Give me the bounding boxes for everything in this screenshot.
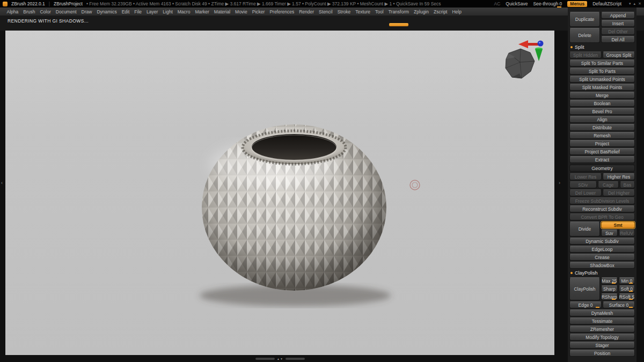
tool-subpalette: Duplicate Append Insert Delete Del Other… — [568, 8, 636, 362]
left-tray-arrow-icon[interactable]: ‹ — [1, 180, 3, 186]
geometry-section-header[interactable]: Geometry — [569, 165, 635, 172]
default-zscript-button[interactable]: DefaultZScript — [592, 1, 621, 6]
project-basrelief-button[interactable]: Project BasRelief — [569, 148, 635, 155]
claypolish-rsoft-slider[interactable]: RSoft 5 — [619, 293, 635, 300]
claypolish-max-slider[interactable]: Max 25 — [601, 277, 618, 284]
cage-button: Cage — [598, 181, 619, 188]
split-to-parts-button[interactable]: Split To Parts — [569, 68, 635, 75]
tessimate-button[interactable]: Tessimate — [569, 317, 635, 324]
menu-item-document[interactable]: Document — [53, 8, 79, 16]
menu-item-marker[interactable]: Marker — [193, 8, 211, 16]
surface-slider[interactable]: Surface 0 — [603, 301, 635, 308]
zbrush-logo-icon — [3, 2, 8, 6]
title-bar: ZBrush 2022.0.1 | ZBrushProject • Free M… — [0, 0, 644, 8]
menu-item-material[interactable]: Material — [211, 8, 232, 16]
claypolish-section-header[interactable]: ClayPolish — [569, 270, 635, 276]
see-through-slider[interactable]: See-through 0 — [533, 1, 562, 6]
crease-button[interactable]: Crease — [569, 254, 635, 261]
viewport-canvas[interactable] — [5, 31, 554, 355]
stager-button[interactable]: Stager — [569, 342, 635, 349]
smt-toggle[interactable]: Smt — [601, 221, 635, 228]
vase-3d-model — [202, 124, 386, 292]
shadowbox-button[interactable]: ShadowBox — [569, 262, 635, 269]
restore-icon[interactable]: ▴ — [634, 2, 636, 6]
menu-item-tool[interactable]: Tool — [373, 8, 386, 16]
project-button[interactable]: Project — [569, 140, 635, 147]
document-canvas[interactable] — [5, 31, 554, 355]
menu-item-texture[interactable]: Texture — [353, 8, 373, 16]
del-all-button[interactable]: Del All — [601, 36, 635, 43]
bevel-pro-button[interactable]: Bevel Pro — [569, 108, 635, 115]
menu-item-draw[interactable]: Draw — [79, 8, 94, 16]
sdiv-slider: SDiv — [569, 181, 597, 188]
position-button[interactable]: Position — [569, 350, 635, 357]
claypolish-min-slider[interactable]: Min 0 — [619, 277, 635, 284]
append-button[interactable]: Append — [601, 12, 635, 19]
menu-item-macro[interactable]: Macro — [175, 8, 193, 16]
menu-item-file[interactable]: File — [132, 8, 144, 16]
menu-item-edit[interactable]: Edit — [119, 8, 132, 16]
split-unmasked-points-button[interactable]: Split Unmasked Points — [569, 76, 635, 83]
reconstruct-subdiv-button[interactable]: Reconstruct Subdiv — [569, 205, 635, 212]
scroll-arrows-icon[interactable]: ▲▼ — [277, 357, 283, 360]
menu-item-color[interactable]: Color — [38, 8, 53, 16]
quicksave-button[interactable]: QuickSave — [506, 1, 528, 6]
gizmo-x-arrow-icon[interactable] — [518, 40, 528, 48]
dynamesh-button[interactable]: DynaMesh — [569, 309, 635, 316]
menu-item-layer[interactable]: Layer — [144, 8, 160, 16]
distribute-button[interactable]: Distribute — [569, 124, 635, 131]
close-icon[interactable]: ✕ — [638, 2, 641, 6]
claypolish-soft-slider[interactable]: Soft 0 — [619, 285, 635, 292]
menu-item-help[interactable]: Help — [450, 8, 464, 16]
gizmo-x-axis-icon[interactable] — [527, 43, 539, 46]
render-status-text: RENDERING WITH GI SHADOWS... — [8, 18, 89, 24]
extract-button[interactable]: Extract — [569, 156, 635, 163]
menu-item-alpha[interactable]: Alpha — [4, 8, 21, 16]
menu-item-dynamics[interactable]: Dynamics — [94, 8, 119, 16]
ac-indicator: AC — [494, 1, 501, 6]
edge-slider[interactable]: Edge 0 — [569, 301, 602, 308]
right-tray-arrow-icon[interactable]: › — [559, 180, 560, 186]
menu-item-transform[interactable]: Transform — [386, 8, 411, 16]
menu-item-light[interactable]: Light — [160, 8, 175, 16]
menus-toggle-button[interactable]: Menus — [567, 1, 587, 7]
merge-button[interactable]: Merge — [569, 92, 635, 99]
reluv-button: RelUV — [619, 230, 635, 237]
claypolish-rsharp-slider[interactable]: RSharp — [601, 293, 618, 300]
minimize-icon[interactable]: ▾ — [629, 2, 631, 6]
menu-item-zscript[interactable]: Zscript — [431, 8, 450, 16]
menu-item-preferences[interactable]: Preferences — [267, 8, 297, 16]
edgeloop-button[interactable]: EdgeLoop — [569, 246, 635, 253]
zremesher-button[interactable]: ZRemesher — [569, 326, 635, 333]
dynamic-subdiv-button[interactable]: Dynamic Subdiv — [569, 238, 635, 245]
menu-item-movie[interactable]: Movie — [233, 8, 250, 16]
higher-res-button[interactable]: Higher Res — [603, 173, 635, 180]
divide-button[interactable]: Divide — [569, 221, 600, 237]
boolean-button[interactable]: Boolean — [569, 100, 635, 107]
menu-item-render[interactable]: Render — [297, 8, 317, 16]
modify-topology-button[interactable]: Modify Topology — [569, 334, 635, 341]
canvas-scrollbar[interactable]: ▲▼ — [255, 357, 305, 360]
menu-item-picker[interactable]: Picker — [250, 8, 267, 16]
menu-item-zplugin[interactable]: Zplugin — [412, 8, 431, 16]
scrollbar-track-right[interactable] — [286, 358, 305, 360]
scrollbar-track-left[interactable] — [255, 358, 275, 360]
insert-button[interactable]: Insert — [601, 20, 635, 27]
claypolish-sharp-button[interactable]: Sharp — [601, 285, 618, 292]
menu-item-stencil[interactable]: Stencil — [317, 8, 335, 16]
gizmo-z-sphere-icon[interactable] — [538, 41, 544, 47]
duplicate-button[interactable]: Duplicate — [569, 12, 600, 27]
menu-item-stroke[interactable]: Stroke — [335, 8, 353, 16]
claypolish-button[interactable]: ClayPolish — [569, 277, 600, 300]
suv-slider[interactable]: Suv — [601, 230, 618, 237]
remesh-button[interactable]: Remesh — [569, 132, 635, 139]
split-section-header[interactable]: Split — [569, 44, 635, 50]
gizmo-y-cone-icon[interactable] — [535, 49, 543, 62]
groups-split-button[interactable]: Groups Split — [603, 51, 635, 58]
split-masked-points-button[interactable]: Split Masked Points — [569, 84, 635, 91]
align-button[interactable]: Align — [569, 116, 635, 123]
delete-button[interactable]: Delete — [569, 28, 600, 43]
split-similar-parts-button[interactable]: Split To Similar Parts — [569, 60, 635, 67]
titlebar-divider: | — [49, 1, 50, 6]
menu-item-brush[interactable]: Brush — [21, 8, 38, 16]
